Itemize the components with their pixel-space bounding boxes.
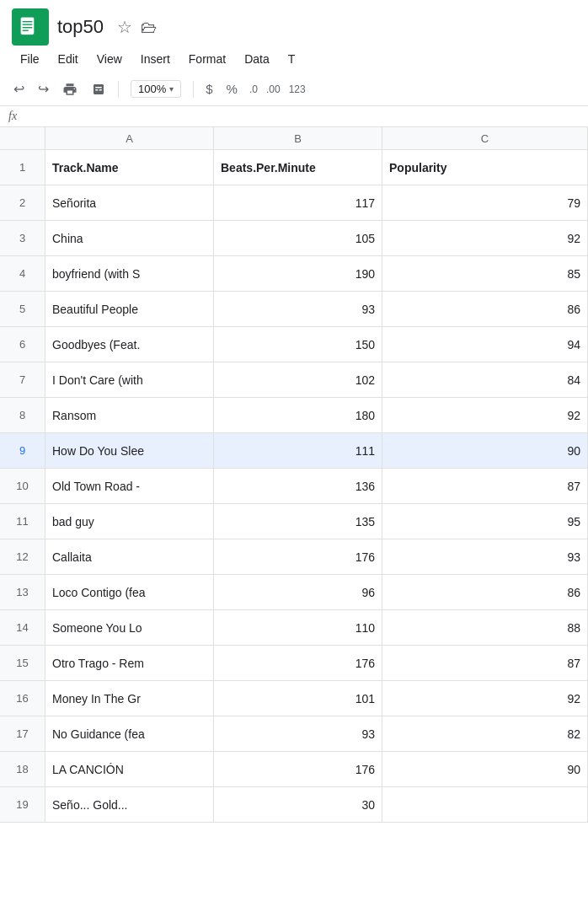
toolbar-separator-1 [118,81,119,98]
table-row: 3 China 105 92 [0,221,588,256]
table-row: 11 bad guy 135 95 [0,504,588,539]
menu-more[interactable]: T [280,49,304,69]
col-header-a[interactable]: A [45,127,214,149]
cell-a4[interactable]: boyfriend (with S [45,256,214,291]
menu-insert[interactable]: Insert [132,49,179,69]
cell-b7[interactable]: 102 [214,362,382,397]
cell-a8[interactable]: Ransom [45,398,214,432]
col-header-c[interactable]: C [382,127,588,149]
folder-icon[interactable]: 🗁 [141,18,158,37]
cell-c6[interactable]: 94 [382,327,588,362]
cell-b18[interactable]: 176 [214,752,382,786]
svg-rect-9 [23,30,29,31]
cell-b13[interactable]: 96 [214,575,382,609]
cell-a6[interactable]: Goodbyes (Feat. [45,327,214,362]
decimal-decrease[interactable]: .0 [246,82,261,97]
cell-c11[interactable]: 95 [382,504,588,539]
cell-b2[interactable]: 117 [214,185,382,220]
table-row: 15 Otro Trago - Rem 176 87 [0,646,588,681]
row-number: 16 [0,681,45,716]
cell-c18[interactable]: 90 [382,752,588,786]
row-num-header [0,127,45,149]
title-bar: top50 ☆ 🗁 [0,0,588,46]
cell-c5[interactable]: 86 [382,292,588,326]
cell-a19[interactable]: Seño... Gold... [45,787,214,822]
percent-button[interactable]: % [222,78,243,99]
cell-b3[interactable]: 105 [214,221,382,255]
row-number: 7 [0,362,45,397]
cell-a7[interactable]: I Don't Care (with [45,362,214,397]
table-row: 19 Seño... Gold... 30 [0,787,588,823]
cell-a10[interactable]: Old Town Road - [45,469,214,503]
cell-a18[interactable]: LA CANCIÓN [45,752,214,786]
table-row: 6 Goodbyes (Feat. 150 94 [0,327,588,362]
cell-c10[interactable]: 87 [382,469,588,503]
formula-input[interactable] [25,110,580,123]
undo-button[interactable]: ↩ [8,78,29,100]
cell-a15[interactable]: Otro Trago - Rem [45,646,214,680]
cell-b5[interactable]: 93 [214,292,382,326]
cell-a11[interactable]: bad guy [45,504,214,539]
cell-b11[interactable]: 135 [214,504,382,539]
cell-c1[interactable]: Popularity [382,150,588,185]
currency-button[interactable]: $ [200,78,217,99]
cell-c2[interactable]: 79 [382,185,588,220]
menu-data[interactable]: Data [236,49,278,69]
table-row: 18 LA CANCIÓN 176 90 [0,752,588,787]
table-row: 2 Señorita 117 79 [0,185,588,221]
cell-a9[interactable]: How Do You Slee [45,433,214,468]
cell-b1[interactable]: Beats.Per.Minute [214,150,382,185]
cell-a12[interactable]: Callaita [45,539,214,574]
paint-format-button[interactable] [86,78,111,100]
row-number: 12 [0,539,45,574]
cell-b15[interactable]: 176 [214,646,382,680]
cell-a3[interactable]: China [45,221,214,255]
cell-b12[interactable]: 176 [214,539,382,574]
cell-a17[interactable]: No Guidance (fea [45,716,214,751]
cell-b16[interactable]: 101 [214,681,382,716]
cell-c8[interactable]: 92 [382,398,588,432]
row-number: 8 [0,398,45,432]
cell-b19[interactable]: 30 [214,787,382,822]
row-number: 15 [0,646,45,680]
cell-a2[interactable]: Señorita [45,185,214,220]
cell-c12[interactable]: 93 [382,539,588,574]
zoom-control[interactable]: 100% ▾ [131,80,181,98]
number-format[interactable]: 123 [286,82,309,97]
column-headers: A B C [0,127,588,150]
star-icon[interactable]: ☆ [117,17,132,37]
cell-c4[interactable]: 85 [382,256,588,291]
cell-c7[interactable]: 84 [382,362,588,397]
cell-b14[interactable]: 110 [214,610,382,645]
cell-c3[interactable]: 92 [382,221,588,255]
cell-b9[interactable]: 111 [214,433,382,468]
cell-a13[interactable]: Loco Contigo (fea [45,575,214,609]
col-header-b[interactable]: B [214,127,382,149]
cell-b17[interactable]: 93 [214,716,382,751]
cell-a14[interactable]: Someone You Lo [45,610,214,645]
cell-b10[interactable]: 136 [214,469,382,503]
row-number: 11 [0,504,45,539]
row-number: 5 [0,292,45,326]
cell-c19[interactable] [382,787,588,822]
cell-c16[interactable]: 92 [382,681,588,716]
cell-c9[interactable]: 90 [382,433,588,468]
redo-button[interactable]: ↪ [33,78,54,100]
menu-edit[interactable]: Edit [50,49,87,69]
cell-b8[interactable]: 180 [214,398,382,432]
cell-c14[interactable]: 88 [382,610,588,645]
decimal-increase[interactable]: .00 [263,82,284,97]
menu-view[interactable]: View [88,49,131,69]
cell-b4[interactable]: 190 [214,256,382,291]
print-button[interactable] [57,78,83,100]
cell-c17[interactable]: 82 [382,716,588,751]
cell-a1[interactable]: Track.Name [45,150,214,185]
menu-file[interactable]: File [12,49,48,69]
cell-b6[interactable]: 150 [214,327,382,362]
cell-c15[interactable]: 87 [382,646,588,680]
cell-a16[interactable]: Money In The Gr [45,681,214,716]
row-number: 13 [0,575,45,609]
menu-format[interactable]: Format [180,49,234,69]
cell-c13[interactable]: 86 [382,575,588,609]
cell-a5[interactable]: Beautiful People [45,292,214,326]
